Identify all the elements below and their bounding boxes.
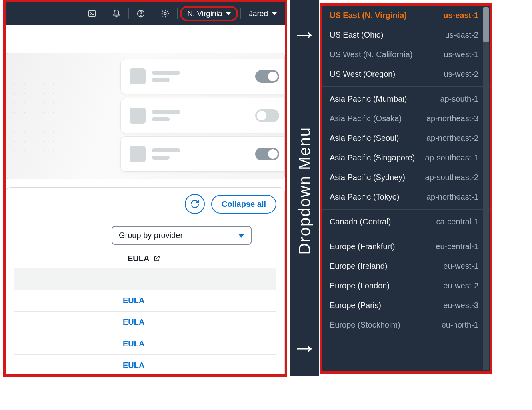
region-separator bbox=[322, 234, 490, 234]
region-name: US East (Ohio) bbox=[330, 30, 383, 40]
svg-point-3 bbox=[164, 12, 166, 15]
region-item[interactable]: Asia Pacific (Singapore)ap-southeast-1 bbox=[322, 148, 490, 168]
region-name: Canada (Central) bbox=[330, 217, 391, 226]
region-item[interactable]: Asia Pacific (Mumbai)ap-south-1 bbox=[322, 89, 490, 109]
refresh-button[interactable] bbox=[185, 194, 205, 214]
nav-separator bbox=[153, 8, 153, 19]
illustration-row bbox=[120, 59, 285, 94]
region-name: US East (N. Virginia) bbox=[330, 11, 407, 20]
group-by-label: Group by provider bbox=[119, 231, 183, 240]
caret-down-icon bbox=[226, 12, 231, 15]
region-code: us-east-2 bbox=[445, 30, 478, 40]
region-name: Europe (Stockholm) bbox=[330, 320, 400, 330]
region-code: ap-northeast-1 bbox=[426, 192, 478, 202]
region-code: ca-central-1 bbox=[436, 217, 478, 226]
region-name: US West (N. California) bbox=[330, 50, 412, 59]
region-code: us-west-2 bbox=[444, 70, 478, 79]
region-name: Asia Pacific (Mumbai) bbox=[330, 94, 407, 104]
region-code: ap-southeast-1 bbox=[425, 153, 478, 162]
illustration-row bbox=[120, 98, 285, 133]
table-row: EULA bbox=[14, 376, 276, 377]
eula-link[interactable]: EULA bbox=[123, 318, 144, 327]
region-item[interactable]: US East (N. Virginia)us-east-1 bbox=[322, 6, 490, 25]
top-navigation: N. Virginia Jared bbox=[6, 2, 285, 25]
caret-down-icon bbox=[272, 12, 277, 15]
region-code: ap-northeast-2 bbox=[426, 134, 478, 143]
region-item[interactable]: US West (N. California)us-west-1 bbox=[322, 45, 490, 64]
region-item[interactable]: US West (Oregon)us-west-2 bbox=[322, 64, 490, 84]
table-row: EULA bbox=[14, 333, 276, 354]
region-item[interactable]: Canada (Central)ca-central-1 bbox=[322, 212, 490, 232]
region-code: us-east-1 bbox=[443, 11, 478, 20]
arrow-right-icon: → bbox=[292, 22, 317, 46]
nav-separator bbox=[104, 8, 104, 19]
region-code: eu-west-1 bbox=[443, 262, 478, 271]
region-name: Europe (Frankfurt) bbox=[330, 242, 395, 251]
table-subheader-row bbox=[14, 268, 276, 290]
illustration-card bbox=[6, 53, 285, 179]
region-name: Asia Pacific (Singapore) bbox=[330, 153, 415, 162]
eula-link[interactable]: EULA bbox=[123, 339, 144, 348]
region-selector[interactable]: N. Virginia bbox=[180, 6, 238, 21]
region-separator bbox=[322, 86, 490, 87]
region-item[interactable]: Asia Pacific (Seoul)ap-northeast-2 bbox=[322, 128, 490, 148]
caret-down-icon bbox=[238, 234, 244, 238]
region-code: eu-north-1 bbox=[442, 320, 478, 330]
region-code: ap-southeast-2 bbox=[425, 173, 478, 182]
region-code: eu-west-3 bbox=[443, 301, 478, 310]
user-menu[interactable]: Jared bbox=[243, 7, 282, 20]
help-icon[interactable] bbox=[131, 6, 150, 22]
region-code: ap-northeast-3 bbox=[426, 114, 478, 123]
region-item[interactable]: Europe (Ireland)eu-west-1 bbox=[322, 256, 490, 276]
controls-card: Collapse all Group by provider EULA EULA… bbox=[6, 187, 285, 377]
bell-icon[interactable] bbox=[107, 6, 126, 22]
user-label: Jared bbox=[249, 9, 268, 18]
region-item[interactable]: Europe (London)eu-west-2 bbox=[322, 276, 490, 296]
region-item[interactable]: Europe (Paris)eu-west-3 bbox=[322, 296, 490, 315]
region-name: Europe (Paris) bbox=[330, 301, 381, 310]
table-row: EULA bbox=[14, 311, 276, 333]
region-name: Asia Pacific (Seoul) bbox=[330, 134, 399, 143]
region-item[interactable]: Asia Pacific (Sydney)ap-southeast-2 bbox=[322, 168, 490, 187]
annotation-label: Dropdown Menu bbox=[296, 127, 314, 255]
region-name: Europe (London) bbox=[330, 281, 390, 290]
page-body: Collapse all Group by provider EULA EULA… bbox=[6, 53, 285, 377]
decorative-dots bbox=[10, 69, 58, 157]
table-row: EULA bbox=[14, 354, 276, 376]
region-code: ap-south-1 bbox=[440, 94, 478, 104]
scrollbar-track[interactable] bbox=[483, 7, 489, 370]
region-name: US West (Oregon) bbox=[330, 70, 395, 79]
region-name: Asia Pacific (Sydney) bbox=[330, 173, 405, 182]
main-view-panel: N. Virginia Jared bbox=[3, 0, 287, 377]
eula-link[interactable]: EULA bbox=[123, 296, 144, 305]
illustration-row bbox=[120, 136, 285, 172]
nav-separator bbox=[240, 8, 241, 19]
cloudshell-icon[interactable] bbox=[82, 6, 102, 22]
scrollbar-thumb[interactable] bbox=[483, 7, 489, 42]
region-name: Asia Pacific (Osaka) bbox=[330, 114, 402, 123]
region-item[interactable]: US East (Ohio)us-east-2 bbox=[322, 25, 490, 45]
svg-point-2 bbox=[141, 15, 141, 16]
gear-icon[interactable] bbox=[156, 6, 175, 22]
region-label: N. Virginia bbox=[187, 9, 222, 18]
region-code: eu-central-1 bbox=[436, 242, 478, 251]
eula-column-header: EULA bbox=[128, 254, 149, 263]
table-row: EULA bbox=[14, 290, 276, 311]
region-dropdown-panel: US East (N. Virginia)us-east-1US East (O… bbox=[320, 3, 492, 374]
group-by-select[interactable]: Group by provider bbox=[112, 226, 252, 245]
region-name: Europe (Ireland) bbox=[330, 262, 388, 271]
eula-link[interactable]: EULA bbox=[123, 361, 144, 370]
region-item[interactable]: Europe (Frankfurt)eu-central-1 bbox=[322, 237, 490, 256]
region-list: US East (N. Virginia)us-east-1US East (O… bbox=[322, 6, 490, 335]
external-link-icon bbox=[153, 255, 160, 262]
region-item[interactable]: Europe (Stockholm)eu-north-1 bbox=[322, 315, 490, 335]
table-header: EULA bbox=[120, 253, 276, 268]
region-item[interactable]: Asia Pacific (Tokyo)ap-northeast-1 bbox=[322, 187, 490, 207]
arrow-right-icon: → bbox=[292, 335, 317, 360]
region-code: us-west-1 bbox=[444, 50, 478, 59]
annotation-gap: → Dropdown Menu → bbox=[290, 0, 319, 376]
region-item[interactable]: Asia Pacific (Osaka)ap-northeast-3 bbox=[322, 109, 490, 128]
collapse-all-button[interactable]: Collapse all bbox=[211, 195, 276, 214]
region-name: Asia Pacific (Tokyo) bbox=[330, 192, 400, 202]
region-separator bbox=[322, 209, 490, 210]
